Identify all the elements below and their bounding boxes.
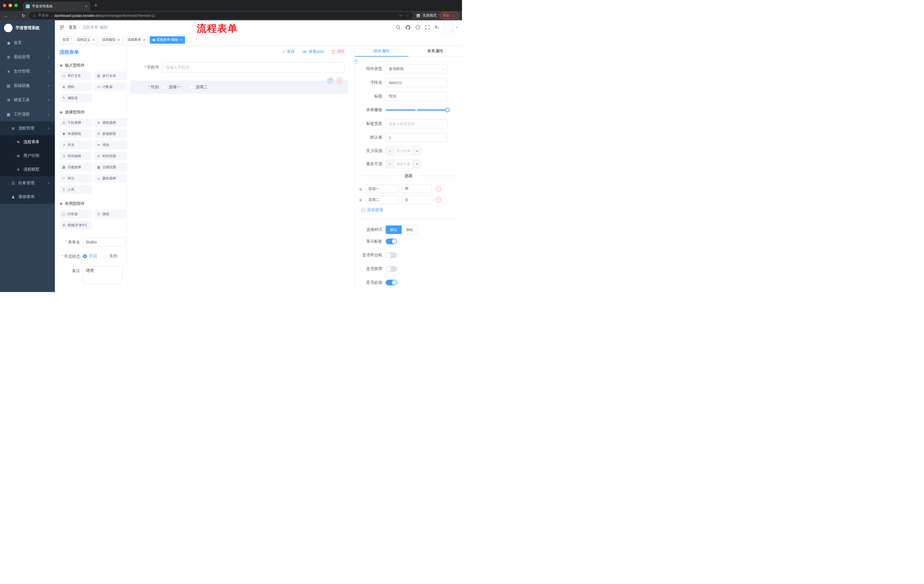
- status-radio-on[interactable]: 开启: [83, 254, 97, 259]
- option-name-input[interactable]: [365, 184, 399, 193]
- sidebar-item-system[interactable]: ⚙系统管理∨: [0, 50, 55, 64]
- increase-button[interactable]: +: [413, 147, 421, 155]
- decrease-button[interactable]: −: [386, 160, 394, 168]
- tag-process-definition[interactable]: 流程定义×: [74, 36, 97, 44]
- component-color-picker[interactable]: ◒颜色选择: [94, 174, 127, 183]
- component-editor[interactable]: ✎编辑器: [59, 94, 92, 102]
- search-icon[interactable]: [396, 25, 401, 30]
- max-select-input[interactable]: [394, 160, 413, 168]
- toggle-required[interactable]: [386, 280, 397, 285]
- sidebar-item-process-form[interactable]: ✎流程表单: [0, 135, 55, 149]
- component-upload[interactable]: ↥上传: [59, 185, 92, 194]
- delete-component-button[interactable]: [336, 77, 343, 84]
- component-dropdown[interactable]: ◎下拉选择: [59, 118, 92, 127]
- component-multi-line-text[interactable]: ▤多行文本: [94, 71, 127, 80]
- sidebar-item-leave-query[interactable]: ♟请假查询: [0, 190, 55, 204]
- form-field-phone[interactable]: 手机号: [130, 62, 348, 72]
- sidebar-item-home[interactable]: ◉首页: [0, 36, 55, 50]
- min-select-input[interactable]: [394, 147, 413, 155]
- add-option-button[interactable]: + 添加选项: [361, 207, 462, 212]
- component-row-container[interactable]: ▢行容器: [59, 210, 92, 218]
- security-label[interactable]: 不安全: [38, 13, 49, 18]
- back-button[interactable]: ←: [3, 13, 9, 18]
- component-rate[interactable]: ☆评分: [59, 174, 92, 183]
- close-icon[interactable]: ×: [118, 38, 120, 42]
- reload-button[interactable]: ↻: [21, 13, 26, 18]
- component-type-select[interactable]: 多选框组 ∨: [386, 64, 447, 73]
- component-date-range[interactable]: ▩日期范围: [94, 163, 127, 171]
- component-single-line-text[interactable]: ▭单行文本: [59, 71, 92, 80]
- tag-process-model[interactable]: 流程模型×: [99, 36, 123, 44]
- component-counter[interactable]: 123计数器: [94, 82, 127, 91]
- close-icon[interactable]: ×: [92, 38, 95, 42]
- sidebar-item-task-mgmt[interactable]: ☑任务管理∨: [0, 176, 55, 190]
- component-time-picker[interactable]: ◷时间选择: [59, 152, 92, 160]
- default-value-input[interactable]: [386, 133, 447, 142]
- tag-home[interactable]: 首页: [59, 36, 72, 44]
- browser-menu-icon[interactable]: ⋮: [452, 13, 456, 18]
- component-time-range[interactable]: ◴时间范围: [94, 152, 127, 160]
- tag-process-form[interactable]: 流程表单×: [124, 36, 148, 44]
- tab-close-icon[interactable]: ×: [85, 4, 87, 8]
- form-canvas[interactable]: 手机号 性别 选项一选项二: [130, 58, 348, 292]
- sidebar-logo[interactable]: 芋道管理系统: [0, 20, 55, 36]
- option-value-input[interactable]: [402, 196, 432, 204]
- toggle-with-border[interactable]: [386, 252, 397, 258]
- sidebar-item-workflow[interactable]: ▦工作流程∧: [0, 107, 55, 122]
- title-input[interactable]: [386, 92, 447, 101]
- sidebar-item-infrastructure[interactable]: ▤基础设施∨: [0, 79, 55, 93]
- close-icon[interactable]: ×: [180, 38, 182, 42]
- sidebar-item-payment[interactable]: ¥支付管理∨: [0, 64, 55, 79]
- maximize-window-button[interactable]: [14, 4, 18, 7]
- remove-option-button[interactable]: −: [436, 197, 441, 202]
- drag-handle-icon[interactable]: ≡: [358, 197, 363, 202]
- panel-link-icon[interactable]: [355, 59, 358, 64]
- form-field-gender-selected[interactable]: 性别 选项一选项二: [130, 81, 348, 94]
- component-checkbox-group[interactable]: ☑多选框组: [94, 130, 127, 138]
- drag-handle-icon[interactable]: ≡: [358, 187, 363, 191]
- field-name-input[interactable]: [386, 78, 447, 87]
- tab-component-props[interactable]: 组件属性: [355, 45, 409, 57]
- user-avatar[interactable]: [444, 23, 454, 32]
- component-slider[interactable]: ↭滑块: [94, 141, 127, 149]
- component-switch[interactable]: ◑开关: [59, 141, 92, 149]
- clear-button[interactable]: 清空: [332, 49, 345, 54]
- browser-tab[interactable]: 芋道管理系统 ×: [23, 2, 90, 11]
- new-tab-button[interactable]: +: [94, 3, 97, 8]
- gender-option-2[interactable]: 选项二: [189, 85, 208, 90]
- github-icon[interactable]: [405, 25, 411, 30]
- option-style-default[interactable]: 默认: [386, 225, 402, 234]
- browser-update-button[interactable]: 更新 ⋮: [440, 12, 459, 19]
- label-width-input[interactable]: [386, 119, 447, 128]
- password-key-icon[interactable]: [399, 13, 403, 18]
- remove-option-button[interactable]: −: [436, 186, 441, 191]
- close-icon[interactable]: ×: [143, 38, 145, 42]
- component-radio-group[interactable]: ◉单选框组: [59, 130, 92, 138]
- form-name-input[interactable]: [83, 237, 126, 247]
- decrease-button[interactable]: −: [386, 147, 394, 155]
- sidebar-item-process-mgmt[interactable]: ≣流程管理∧: [0, 122, 55, 135]
- increase-button[interactable]: +: [413, 160, 421, 168]
- tab-form-props[interactable]: 表单属性: [409, 45, 462, 57]
- tag-process-form-edit[interactable]: 流程表单-编辑×: [150, 36, 185, 44]
- sidebar-item-user-group[interactable]: ⊚用户分组: [0, 149, 55, 163]
- component-password[interactable]: ◈密码: [59, 82, 92, 91]
- status-radio-off[interactable]: 关闭: [103, 254, 117, 259]
- font-size-icon[interactable]: TT: [435, 25, 439, 30]
- phone-input[interactable]: [162, 62, 345, 72]
- option-name-input[interactable]: [365, 196, 399, 204]
- gender-option-1[interactable]: 选项一: [162, 85, 181, 90]
- help-icon[interactable]: ?: [416, 25, 420, 30]
- sidebar-item-devtools[interactable]: ⚒研发工具∨: [0, 93, 55, 107]
- minimize-window-button[interactable]: [8, 4, 12, 7]
- breadcrumb-home[interactable]: 首页: [69, 25, 77, 30]
- form-grid-slider[interactable]: [386, 109, 447, 110]
- option-value-input[interactable]: [402, 184, 432, 193]
- close-window-button[interactable]: [3, 4, 6, 7]
- view-json-button[interactable]: 查看json: [302, 49, 324, 54]
- component-date-picker[interactable]: ▦日期选择: [59, 163, 92, 171]
- component-table[interactable]: ⊞表格[开发中]: [59, 221, 92, 229]
- form-remark-textarea[interactable]: 嘿嘿: [83, 266, 123, 284]
- copy-component-button[interactable]: [327, 77, 333, 84]
- sidebar-item-process-model[interactable]: ✈流程模型: [0, 163, 55, 176]
